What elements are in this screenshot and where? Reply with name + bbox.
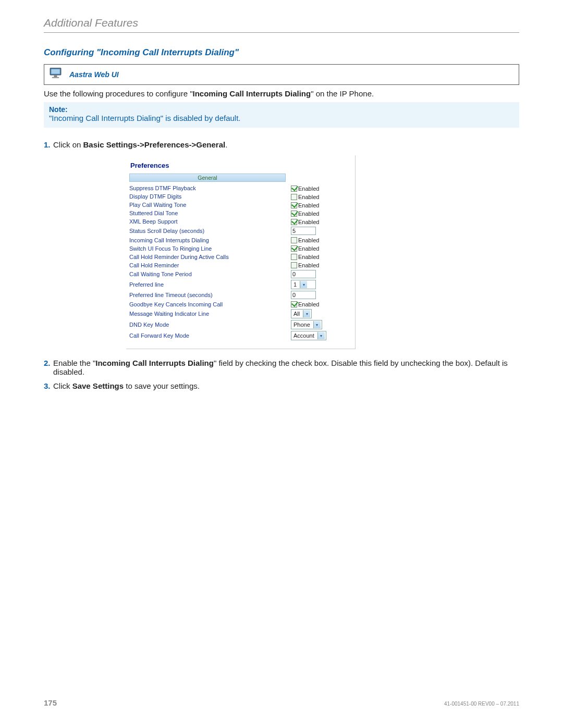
step-bold: Save Settings xyxy=(72,381,124,390)
enabled-label: Enabled xyxy=(298,211,319,217)
pref-label: XML Beep Support xyxy=(129,217,291,226)
checkbox[interactable] xyxy=(291,202,297,208)
pref-control-cell: 1▾ xyxy=(291,279,326,290)
pref-control-cell: Enabled xyxy=(291,236,326,244)
preferences-title: Preferences xyxy=(129,162,348,169)
checkbox[interactable] xyxy=(291,211,297,217)
intro-text: Use the following procedures to configur… xyxy=(44,89,519,98)
checkbox[interactable] xyxy=(291,254,297,260)
enabled-label: Enabled xyxy=(298,262,319,268)
pref-row: XML Beep SupportEnabled xyxy=(129,217,326,226)
pref-row: Status Scroll Delay (seconds) xyxy=(129,226,326,236)
section-heading: Configuring "Incoming Call Interrupts Di… xyxy=(44,47,519,58)
pref-row: Incoming Call Interrupts DialingEnabled xyxy=(129,236,326,244)
pref-control-cell xyxy=(291,226,326,236)
intro-suffix: " on the IP Phone. xyxy=(311,89,374,98)
chevron-down-icon: ▾ xyxy=(317,332,325,339)
pref-label: Switch UI Focus To Ringing Line xyxy=(129,244,291,253)
chevron-down-icon: ▾ xyxy=(300,281,307,288)
step-number: 3. xyxy=(44,381,51,390)
pref-control-cell: Enabled xyxy=(291,261,326,269)
general-group-header: General xyxy=(129,174,286,182)
svg-rect-1 xyxy=(51,69,60,74)
pref-label: Suppress DTMF Playback xyxy=(129,184,291,192)
page-header: Additional Features xyxy=(44,17,519,33)
pref-label: Incoming Call Interrupts Dialing xyxy=(129,236,291,244)
pref-row: Play Call Waiting ToneEnabled xyxy=(129,201,326,209)
step-text: Click xyxy=(53,381,72,390)
pref-row: Display DTMF DigitsEnabled xyxy=(129,192,326,201)
enabled-label: Enabled xyxy=(298,245,319,252)
checkbox[interactable] xyxy=(291,245,297,252)
enabled-label: Enabled xyxy=(298,194,319,200)
checkbox[interactable] xyxy=(291,219,297,225)
pref-row: Call Waiting Tone Period xyxy=(129,269,326,279)
pref-control-cell: Enabled xyxy=(291,300,326,309)
pref-control-cell xyxy=(291,269,326,279)
select-dropdown[interactable]: Account▾ xyxy=(291,331,326,340)
pref-row: Message Waiting Indicator LineAll▾ xyxy=(129,309,326,319)
pref-label: Goodbye Key Cancels Incoming Call xyxy=(129,300,291,309)
step-text: to save your settings. xyxy=(124,381,200,390)
step-text: . xyxy=(225,140,227,149)
checkbox[interactable] xyxy=(291,237,297,243)
chevron-down-icon: ▾ xyxy=(303,310,310,317)
pref-control-cell: Account▾ xyxy=(291,330,326,341)
pref-control-cell: Enabled xyxy=(291,201,326,209)
step-text: Enable the " xyxy=(53,359,95,367)
pref-label: Message Waiting Indicator Line xyxy=(129,309,291,319)
enabled-label: Enabled xyxy=(298,254,319,260)
step-1: 1. Click on Basic Settings->Preferences-… xyxy=(44,140,519,349)
select-value: Account xyxy=(293,332,314,339)
pref-label: Display DTMF Digits xyxy=(129,192,291,201)
monitor-icon xyxy=(48,67,64,82)
pref-row: Preferred line1▾ xyxy=(129,279,326,290)
select-dropdown[interactable]: 1▾ xyxy=(291,280,316,289)
checkbox[interactable] xyxy=(291,194,297,200)
step-3: 3. Click Save Settings to save your sett… xyxy=(44,381,519,390)
text-input[interactable] xyxy=(291,291,316,299)
pref-control-cell: Enabled xyxy=(291,209,326,217)
select-value: Phone xyxy=(293,322,310,328)
webui-bar: Aastra Web UI xyxy=(44,64,519,85)
select-dropdown[interactable]: Phone▾ xyxy=(291,320,322,329)
checkbox[interactable] xyxy=(291,186,297,192)
pref-label: Stuttered Dial Tone xyxy=(129,209,291,217)
pref-row: Call Hold ReminderEnabled xyxy=(129,261,326,269)
select-value: 1 xyxy=(293,281,297,288)
pref-row: Switch UI Focus To Ringing LineEnabled xyxy=(129,244,326,253)
enabled-label: Enabled xyxy=(298,186,319,192)
step-number: 1. xyxy=(44,140,51,149)
pref-label: DND Key Mode xyxy=(129,319,291,330)
page-number: 175 xyxy=(44,698,57,707)
select-dropdown[interactable]: All▾ xyxy=(291,309,312,318)
step-number: 2. xyxy=(44,359,51,367)
step-bold: Basic Settings->Preferences->General xyxy=(83,140,226,149)
checkbox[interactable] xyxy=(291,301,297,307)
checkbox[interactable] xyxy=(291,262,297,268)
pref-label: Call Forward Key Mode xyxy=(129,330,291,341)
pref-control-cell: Enabled xyxy=(291,244,326,253)
webui-label: Aastra Web UI xyxy=(69,70,119,79)
preferences-table: Suppress DTMF PlaybackEnabledDisplay DTM… xyxy=(129,184,326,341)
select-value: All xyxy=(293,311,300,317)
pref-row: Suppress DTMF PlaybackEnabled xyxy=(129,184,326,192)
steps-list: 1. Click on Basic Settings->Preferences-… xyxy=(44,140,519,390)
pref-control-cell: All▾ xyxy=(291,309,326,319)
step-2: 2. Enable the "Incoming Call Interrupts … xyxy=(44,359,519,376)
pref-row: Stuttered Dial ToneEnabled xyxy=(129,209,326,217)
pref-label: Preferred line Timeout (seconds) xyxy=(129,290,291,300)
pref-label: Call Waiting Tone Period xyxy=(129,269,291,279)
pref-control-cell: Enabled xyxy=(291,192,326,201)
note-box: Note: "Incoming Call Interrupts Dialing"… xyxy=(44,102,519,128)
pref-control-cell: Enabled xyxy=(291,184,326,192)
pref-row: Goodbye Key Cancels Incoming CallEnabled xyxy=(129,300,326,309)
step-bold: Incoming Call Interrupts Dialing xyxy=(95,359,214,367)
pref-row: Call Hold Reminder During Active CallsEn… xyxy=(129,253,326,261)
text-input[interactable] xyxy=(291,270,316,278)
pref-label: Call Hold Reminder xyxy=(129,261,291,269)
pref-control-cell xyxy=(291,290,326,300)
enabled-label: Enabled xyxy=(298,237,319,243)
text-input[interactable] xyxy=(291,227,316,235)
preferences-screenshot: Preferences General Suppress DTMF Playba… xyxy=(126,155,356,349)
